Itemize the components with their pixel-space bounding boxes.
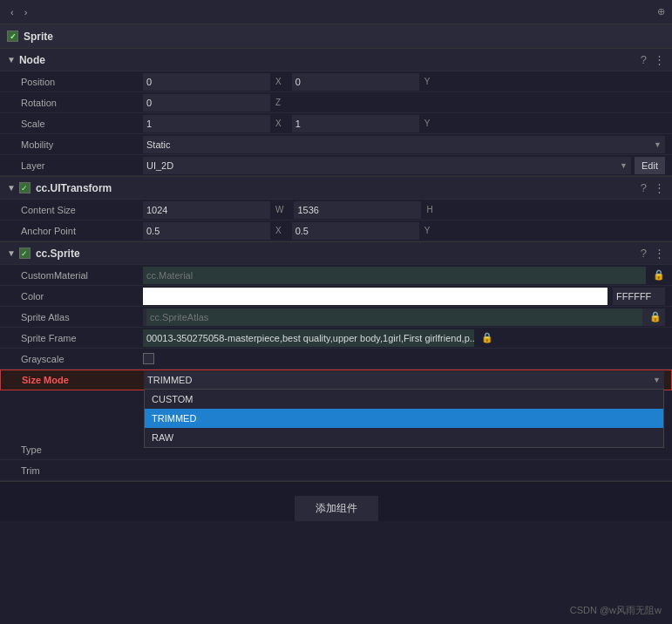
sprite-atlas-input[interactable] xyxy=(146,309,642,326)
color-hex-input[interactable] xyxy=(613,288,665,305)
sprite-section-title: ✓ Sprite xyxy=(0,24,672,49)
uitransform-checkbox[interactable]: ✓ xyxy=(19,182,31,193)
custommaterial-input[interactable] xyxy=(143,267,646,284)
sprite-frame-label: Sprite Frame xyxy=(21,333,143,343)
main-panel: ‹ › ⊕ ✓ Sprite ▼ Node ? ⋮ Position xyxy=(0,0,672,624)
anchor-point-label: Anchor Point xyxy=(21,226,143,236)
mobility-value: Static ▼ xyxy=(143,136,665,153)
arrow-right[interactable]: › xyxy=(21,5,31,19)
color-swatch[interactable] xyxy=(143,288,608,305)
content-size-value: W H xyxy=(143,201,665,219)
size-mode-row: Size Mode TRIMMED ▼ CUSTOM TRIMMED RAW xyxy=(0,370,672,390)
content-size-label: Content Size xyxy=(21,205,143,215)
position-y-label: Y xyxy=(424,77,431,86)
ccsprite-collapse-arrow: ▼ xyxy=(7,248,16,258)
color-row: Color xyxy=(0,286,672,307)
sprite-title-label: Sprite xyxy=(24,31,53,43)
grayscale-checkbox[interactable] xyxy=(143,353,154,364)
node-collapse-arrow: ▼ xyxy=(7,55,16,64)
node-more-icon[interactable]: ⋮ xyxy=(654,53,665,66)
rotation-label: Rotation xyxy=(21,98,143,108)
custommaterial-label: CustomMaterial xyxy=(21,270,143,281)
mobility-row: Mobility Static ▼ xyxy=(0,134,672,155)
ccsprite-label: cc.Sprite xyxy=(36,248,80,260)
layer-edit-button[interactable]: Edit xyxy=(635,157,665,174)
size-mode-option-trimmed[interactable]: TRIMMED xyxy=(145,409,663,428)
sprite-frame-row: Sprite Frame 00013-350275058-masterpiece… xyxy=(0,328,672,349)
uitransform-header[interactable]: ▼ ✓ cc.UITransform ? ⋮ xyxy=(0,177,672,200)
node-help-icon[interactable]: ? xyxy=(641,53,647,66)
scale-x-input[interactable] xyxy=(143,115,270,132)
sprite-atlas-label: Sprite Atlas xyxy=(21,312,143,322)
position-value: X Y xyxy=(143,73,665,91)
custommaterial-value: 🔒 xyxy=(143,267,665,284)
node-header[interactable]: ▼ Node ? ⋮ xyxy=(0,49,672,71)
layer-value: UI_2D ▼ Edit xyxy=(143,157,665,174)
grayscale-row: Grayscale xyxy=(0,349,672,370)
scale-x-label: X xyxy=(275,119,282,128)
anchor-point-y-input[interactable] xyxy=(292,222,419,240)
trim-label: Trim xyxy=(21,465,143,476)
ccsprite-checkbox[interactable]: ✓ xyxy=(19,248,31,259)
mobility-select[interactable]: Static xyxy=(143,136,665,153)
rotation-z-label: Z xyxy=(275,98,281,107)
properties-content: ▼ Node ? ⋮ Position X Y Rotation xyxy=(0,49,672,624)
anchor-point-y-label: Y xyxy=(424,226,431,235)
size-mode-dropdown-display[interactable]: TRIMMED ▼ xyxy=(144,371,664,389)
scale-value: X Y xyxy=(143,115,665,132)
size-mode-selected-text: TRIMMED xyxy=(147,375,653,385)
uitransform-collapse-arrow: ▼ xyxy=(7,183,16,193)
ccsprite-more-icon[interactable]: ⋮ xyxy=(654,247,665,260)
sprite-checkbox[interactable]: ✓ xyxy=(7,31,18,42)
sprite-frame-value: 00013-350275058-masterpiece,best quality… xyxy=(143,329,665,347)
color-label: Color xyxy=(21,291,143,302)
type-label: Type xyxy=(21,444,143,455)
arrow-left[interactable]: ‹ xyxy=(7,5,17,19)
uitransform-section: ▼ ✓ cc.UITransform ? ⋮ Content Size W H xyxy=(0,177,672,242)
size-mode-option-raw[interactable]: RAW xyxy=(145,428,663,447)
content-size-w-input[interactable] xyxy=(143,201,270,219)
sprite-frame-display[interactable]: 00013-350275058-masterpiece,best quality… xyxy=(143,329,474,347)
ccsprite-help-icon[interactable]: ? xyxy=(641,247,647,260)
anchor-point-x-label: X xyxy=(275,226,282,235)
layer-select[interactable]: UI_2D xyxy=(143,157,631,174)
rotation-z-input[interactable] xyxy=(143,94,270,112)
content-size-h-input[interactable] xyxy=(294,201,421,219)
top-bar: ‹ › ⊕ xyxy=(0,0,672,24)
position-row: Position X Y xyxy=(0,71,672,92)
sprite-atlas-value: 🔒 xyxy=(143,309,665,326)
node-label: Node xyxy=(19,54,45,66)
rotation-value: Z xyxy=(143,94,665,112)
content-size-h-label: H xyxy=(426,205,432,214)
anchor-point-x-input[interactable] xyxy=(143,222,270,240)
sprite-frame-lock-icon: 🔒 xyxy=(481,332,493,343)
ccsprite-section: ▼ ✓ cc.Sprite ? ⋮ CustomMaterial 🔒 Color xyxy=(0,242,672,482)
size-mode-dropdown-arrow: ▼ xyxy=(653,376,661,384)
position-y-input[interactable] xyxy=(292,73,419,91)
scale-y-label: Y xyxy=(424,119,431,128)
scale-y-input[interactable] xyxy=(292,115,419,132)
grayscale-label: Grayscale xyxy=(21,354,143,364)
ccsprite-header[interactable]: ▼ ✓ cc.Sprite ? ⋮ xyxy=(0,242,672,265)
content-size-row: Content Size W H xyxy=(0,200,672,220)
node-section: ▼ Node ? ⋮ Position X Y Rotation xyxy=(0,49,672,177)
anchor-point-row: Anchor Point X Y xyxy=(0,220,672,241)
layer-label: Layer xyxy=(21,160,143,171)
size-mode-option-custom[interactable]: CUSTOM xyxy=(145,390,663,409)
trim-row: Trim xyxy=(0,460,672,481)
size-mode-dropdown-container: TRIMMED ▼ CUSTOM TRIMMED RAW xyxy=(144,371,664,389)
add-component-button[interactable]: 添加组件 xyxy=(295,496,378,521)
position-x-input[interactable] xyxy=(143,73,270,91)
bottom-area: 添加组件 xyxy=(0,482,672,521)
sprite-atlas-lock-icon: 🔒 xyxy=(649,311,662,322)
sprite-atlas-row: Sprite Atlas 🔒 xyxy=(0,307,672,328)
anchor-point-value: X Y xyxy=(143,222,665,240)
watermark: CSDN @w风雨无阻w xyxy=(570,604,662,617)
pin-icon: ⊕ xyxy=(657,6,665,17)
rotation-row: Rotation Z xyxy=(0,92,672,113)
uitransform-more-icon[interactable]: ⋮ xyxy=(654,181,665,194)
mobility-label: Mobility xyxy=(21,139,143,150)
uitransform-label: cc.UITransform xyxy=(36,182,112,194)
custommaterial-lock-icon: 🔒 xyxy=(653,269,665,281)
uitransform-help-icon[interactable]: ? xyxy=(641,181,647,194)
